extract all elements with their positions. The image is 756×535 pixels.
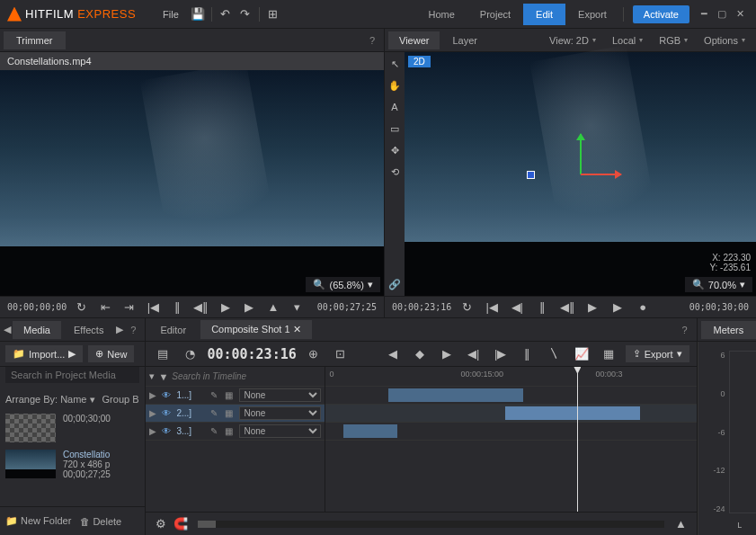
playhead[interactable]	[577, 367, 578, 512]
blend-mode-dropdown[interactable]: None	[239, 424, 321, 438]
go-start-icon[interactable]: |◀	[482, 298, 502, 317]
viewer-zoom[interactable]: 🔍 70.0% ▾	[685, 277, 752, 292]
layer-row[interactable]: ▶👁3...]✎▦ None	[146, 423, 325, 441]
pause-icon[interactable]: ‖	[168, 298, 187, 317]
gear-icon[interactable]: ⚙	[151, 514, 171, 534]
jump-end-icon[interactable]: |▶	[491, 344, 511, 364]
move-tool-icon[interactable]: ✥	[387, 142, 403, 158]
new-folder-button[interactable]: 📁 New Folder	[5, 515, 71, 527]
help-icon[interactable]: ?	[125, 322, 141, 338]
chevron-right-icon[interactable]: ▶	[116, 324, 123, 335]
chevron-down-icon[interactable]: ▾	[149, 370, 155, 382]
track-tool-icon[interactable]: ▤	[153, 344, 173, 364]
timeline-ruler[interactable]: 0 00:00:15:00 00:00:3	[325, 367, 696, 387]
new-button[interactable]: ⊕New	[88, 345, 134, 362]
loop-icon[interactable]: ↻	[457, 298, 476, 317]
orbit-tool-icon[interactable]: ⟲	[387, 164, 403, 180]
text-tool-icon[interactable]: A	[387, 99, 403, 115]
clip[interactable]	[505, 406, 640, 420]
in-icon[interactable]: ⇤	[96, 298, 115, 317]
options-icon[interactable]: ▾	[288, 298, 307, 317]
help-icon[interactable]: ?	[364, 32, 380, 49]
help-icon[interactable]: ?	[677, 322, 693, 338]
space-dropdown[interactable]: Local	[605, 31, 650, 49]
play-back-icon[interactable]: ◀‖	[192, 298, 211, 317]
jump-start-icon[interactable]: ◀|	[464, 344, 484, 364]
editor-timecode[interactable]: 00:00:23:16	[207, 346, 296, 362]
media-item[interactable]: 00;00;30;00	[0, 410, 145, 446]
add-kf-icon[interactable]: ◆	[410, 344, 430, 364]
add-marker-icon[interactable]: ▲	[263, 298, 282, 317]
import-button[interactable]: 📁Import...▶	[5, 345, 83, 362]
mask-tool-icon[interactable]: ▭	[387, 120, 403, 137]
new-layer-icon[interactable]: ⊕	[304, 344, 324, 364]
blend-mode-dropdown[interactable]: None	[239, 406, 321, 420]
link-tool-icon[interactable]: 🔗	[387, 276, 403, 292]
keyframe-icon[interactable]: ◔	[180, 344, 200, 364]
trimmer-viewport[interactable]: 🔍 (65.8%) ▾	[0, 70, 384, 296]
play-fwd-icon[interactable]: ▶	[240, 298, 259, 317]
scrollbar[interactable]	[198, 521, 663, 528]
clip[interactable]	[388, 388, 523, 402]
group-by-dropdown[interactable]: Group B	[102, 394, 139, 405]
out-icon[interactable]: ⇥	[120, 298, 139, 317]
play-back-icon[interactable]: ◀‖	[557, 298, 577, 317]
slice-icon[interactable]: 〵	[545, 344, 565, 364]
layer-row[interactable]: ▶👁1...]✎▦ None	[146, 387, 325, 405]
viewer-viewport[interactable]: 2D X: 223.30 Y: -235.61 🔍 70.0% ▾	[405, 52, 756, 296]
maximize-icon[interactable]: ▢	[713, 5, 731, 23]
pause-icon[interactable]: ‖	[532, 298, 552, 317]
play-icon[interactable]: ▶	[216, 298, 235, 317]
trimmer-zoom[interactable]: 🔍 (65.8%) ▾	[306, 277, 380, 292]
nav-edit[interactable]: Edit	[523, 4, 565, 25]
anchor-handle[interactable]	[527, 171, 535, 179]
loop-icon[interactable]: ↻	[72, 298, 91, 317]
view-mode-dropdown[interactable]: View: 2D	[542, 31, 603, 49]
activate-button[interactable]: Activate	[633, 5, 689, 23]
trimmer-tab[interactable]: Trimmer	[4, 31, 66, 49]
snap-icon[interactable]: ‖	[518, 344, 538, 364]
editor-tab[interactable]: Editor	[149, 321, 197, 339]
select-tool-icon[interactable]: ↖	[387, 56, 403, 72]
clip[interactable]	[343, 424, 397, 438]
layer-tab[interactable]: Layer	[441, 31, 488, 49]
undo-icon[interactable]: ↶	[216, 4, 236, 24]
timeline-search-input[interactable]	[172, 371, 321, 381]
minimize-icon[interactable]: ━	[695, 5, 713, 23]
prev-frame-icon[interactable]: |◀	[144, 298, 163, 317]
blend-mode-dropdown[interactable]: None	[239, 388, 321, 402]
next-frame-icon[interactable]: ▶	[608, 298, 627, 317]
media-search-input[interactable]	[5, 367, 139, 383]
arrange-by-dropdown[interactable]: Arrange By: Name ▾	[5, 394, 95, 406]
layout-icon[interactable]: ⊞	[263, 4, 283, 24]
viewer-tab[interactable]: Viewer	[388, 31, 440, 49]
export-button[interactable]: ⇪Export ▾	[626, 345, 689, 362]
nav-export[interactable]: Export	[565, 4, 619, 25]
nav-home[interactable]: Home	[416, 4, 467, 25]
effects-tab[interactable]: Effects	[63, 321, 114, 339]
save-icon[interactable]: 💾	[188, 4, 208, 24]
magnet-icon[interactable]: 🧲	[171, 514, 191, 534]
media-tab[interactable]: Media	[13, 321, 61, 339]
filter-icon[interactable]: ▼	[158, 371, 168, 382]
channel-dropdown[interactable]: RGB	[652, 31, 695, 49]
zoom-fit-icon[interactable]: ▲	[672, 514, 691, 534]
graph-icon[interactable]: 📈	[572, 344, 591, 364]
prev-frame-icon[interactable]: ◀|	[507, 298, 527, 317]
layer-row[interactable]: ▶👁2...]✎▦ None	[146, 405, 325, 423]
nav-project[interactable]: Project	[467, 4, 523, 25]
media-item[interactable]: Constellatio720 x 486 p 00;00;27;25	[0, 446, 145, 483]
composite-shot-tab[interactable]: Composite Shot 1 ✕	[200, 320, 312, 339]
chevron-left-icon[interactable]: ◀	[4, 324, 11, 335]
timeline[interactable]: 0 00:00:15:00 00:00:3	[325, 367, 696, 512]
menu-file[interactable]: File	[154, 5, 188, 23]
y-axis-handle[interactable]	[580, 134, 582, 174]
redo-icon[interactable]: ↷	[236, 4, 255, 24]
next-kf-icon[interactable]: ▶	[437, 344, 457, 364]
record-icon[interactable]: ●	[633, 298, 653, 317]
align-icon[interactable]: ▦	[599, 344, 618, 364]
duplicate-icon[interactable]: ⊡	[331, 344, 351, 364]
hand-tool-icon[interactable]: ✋	[387, 77, 403, 94]
close-icon[interactable]: ✕	[731, 5, 749, 23]
prev-kf-icon[interactable]: ◀	[383, 344, 403, 364]
